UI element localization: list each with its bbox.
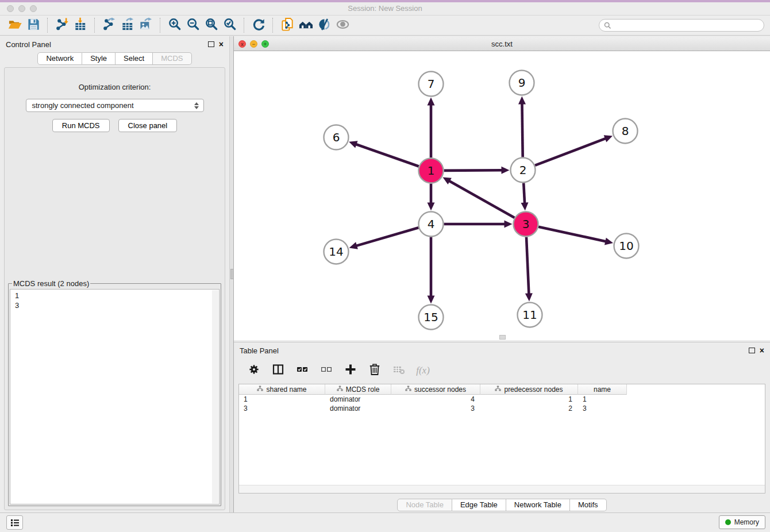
node-9[interactable]: 9	[510, 71, 534, 95]
save-button[interactable]	[24, 17, 43, 33]
column-header-name[interactable]: name	[578, 384, 627, 395]
edge-2-3[interactable]	[521, 183, 529, 210]
edge-2-9[interactable]	[518, 96, 526, 157]
minimize-window-button[interactable]	[18, 5, 25, 12]
node-label: 7	[428, 77, 435, 91]
tab-style[interactable]: Style	[82, 52, 116, 65]
show-graphics-details-button[interactable]	[315, 17, 333, 33]
export-table-button[interactable]	[118, 17, 137, 33]
node-2[interactable]: 2	[511, 158, 536, 183]
search-field[interactable]	[599, 19, 764, 32]
table-float-panel-icon[interactable]	[749, 348, 755, 353]
export-image-button[interactable]	[137, 17, 155, 33]
column-header-mcds-role[interactable]: MCDS role	[325, 384, 391, 395]
clone-network-button[interactable]	[278, 17, 297, 33]
table-tab-motifs[interactable]: Motifs	[570, 499, 607, 511]
column-header-successor-nodes[interactable]: successor nodes	[391, 384, 480, 395]
split-view-button[interactable]	[271, 363, 286, 378]
column-header-predecessor-nodes[interactable]: predecessor nodes	[480, 384, 578, 395]
node-15[interactable]: 15	[419, 305, 444, 330]
zoom-fit-button[interactable]	[202, 17, 221, 33]
task-history-button[interactable]	[6, 515, 23, 530]
zoom-out-button[interactable]	[184, 17, 202, 33]
edge-1-7[interactable]	[428, 98, 435, 158]
edge-1-2[interactable]	[444, 167, 509, 174]
node-3[interactable]: 3	[514, 212, 538, 237]
tab-select[interactable]: Select	[116, 52, 153, 65]
node-7[interactable]: 7	[419, 72, 444, 97]
float-panel-icon[interactable]	[208, 41, 214, 47]
network-resize-grip[interactable]	[499, 335, 506, 340]
node-10[interactable]: 10	[614, 234, 639, 259]
gear-button[interactable]	[247, 363, 261, 378]
node-4[interactable]: 4	[419, 212, 444, 237]
node-label: 8	[622, 124, 629, 138]
show-graphics-details-icon	[317, 17, 332, 34]
table-cell[interactable]: 2	[480, 404, 578, 413]
refresh-layout-icon	[252, 17, 266, 34]
table-cell[interactable]: dominator	[325, 404, 391, 413]
panel-divider[interactable]	[229, 36, 234, 513]
node-8[interactable]: 8	[613, 119, 638, 144]
zoom-in-button[interactable]	[165, 17, 184, 33]
search-input[interactable]	[614, 21, 761, 30]
table-cell[interactable]: dominator	[325, 395, 391, 404]
node-6[interactable]: 6	[324, 125, 349, 150]
edge-3-1[interactable]	[442, 178, 514, 218]
edge-3-11[interactable]	[525, 237, 533, 301]
table-tab-network-table[interactable]: Network Table	[506, 499, 570, 511]
result-scrollbar[interactable]	[212, 290, 218, 503]
edge-4-15[interactable]	[428, 237, 435, 304]
optimization-criterion-value: strongly connected component	[32, 101, 134, 110]
close-panel-icon[interactable]: ×	[219, 41, 224, 47]
birds-eye-view-button[interactable]	[333, 17, 352, 33]
table-row[interactable]: 1dominator411	[239, 395, 765, 404]
table-close-panel-icon[interactable]: ×	[760, 348, 764, 353]
table-row[interactable]: 3dominator323	[239, 404, 765, 413]
edge-1-4[interactable]	[428, 184, 435, 211]
table-tab-node-table[interactable]: Node Table	[397, 499, 452, 511]
node-11[interactable]: 11	[518, 303, 542, 327]
column-edit-icon	[405, 385, 411, 394]
close-panel-button[interactable]: Close panel	[118, 119, 178, 132]
edge-3-10[interactable]	[538, 227, 613, 245]
import-table-button[interactable]	[71, 17, 90, 33]
open-folder-button[interactable]	[6, 17, 24, 33]
run-mcds-button[interactable]: Run MCDS	[52, 119, 110, 132]
column-header-shared-name[interactable]: shared name	[239, 384, 325, 395]
table-horizontal-scrollbar[interactable]	[239, 485, 765, 493]
column-edit-icon	[495, 385, 501, 394]
add-column-icon	[344, 363, 357, 378]
memory-button[interactable]: Memory	[719, 515, 765, 529]
maximize-window-button[interactable]	[30, 5, 37, 12]
deselect-all-button[interactable]	[319, 363, 334, 378]
table-cell[interactable]: 3	[578, 404, 627, 413]
tab-network[interactable]: Network	[37, 52, 82, 65]
table-cell[interactable]: 4	[391, 395, 480, 404]
node-1[interactable]: 1	[419, 159, 444, 183]
refresh-layout-button[interactable]	[249, 17, 268, 33]
edge-4-3[interactable]	[444, 221, 513, 228]
table-tab-edge-table[interactable]: Edge Table	[452, 499, 506, 511]
edge-2-8[interactable]	[535, 135, 613, 165]
delete-column-button[interactable]	[367, 363, 382, 378]
table-cell[interactable]: 1	[239, 395, 325, 404]
import-network-button[interactable]	[53, 17, 71, 33]
node-14[interactable]: 14	[324, 240, 349, 264]
network-canvas[interactable]: 7968124314101511	[234, 51, 770, 340]
home-button[interactable]	[297, 17, 315, 33]
edge-4-14[interactable]	[349, 228, 419, 249]
close-window-button[interactable]	[7, 5, 14, 12]
table-cell[interactable]: 3	[239, 404, 325, 413]
select-all-button[interactable]	[295, 363, 310, 378]
table-cell[interactable]: 1	[480, 395, 578, 404]
add-column-button[interactable]	[343, 363, 358, 378]
zoom-selected-button[interactable]	[221, 17, 239, 33]
table-cell[interactable]: 3	[391, 404, 480, 413]
edge-1-6[interactable]	[349, 141, 419, 166]
export-network-button[interactable]	[100, 17, 118, 33]
optimization-criterion-select[interactable]: strongly connected component	[26, 99, 204, 112]
table-cell[interactable]: 1	[578, 395, 627, 404]
mcds-result-textarea[interactable]: 13	[10, 289, 220, 504]
tab-mcds[interactable]: MCDS	[153, 52, 191, 65]
